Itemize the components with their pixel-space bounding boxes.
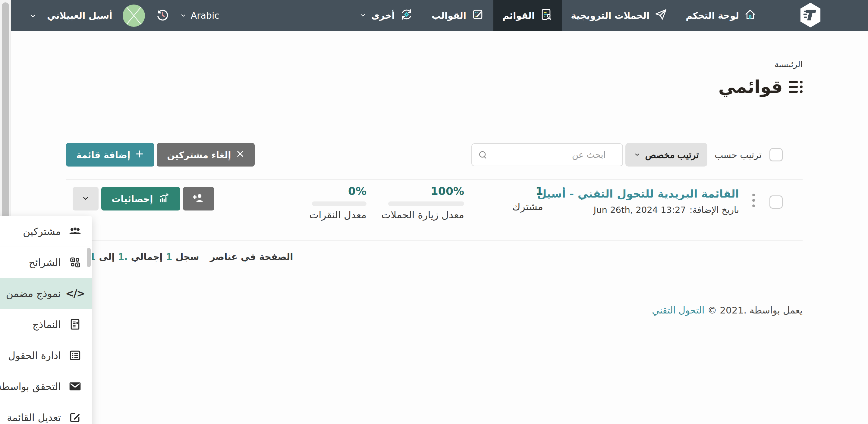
- menu-item-label: تعديل القائمة: [7, 412, 61, 423]
- unsubscribe-label: إلغاء مشتركين: [167, 150, 231, 160]
- nav-label: القوائم: [502, 10, 535, 21]
- progress-track: [388, 201, 464, 206]
- segments-icon: [69, 257, 82, 268]
- menu-item-label: نموذج مضمن: [6, 288, 61, 299]
- pagination-number: 1: [166, 252, 173, 262]
- pagination-word: عناصر: [210, 252, 238, 262]
- navbar-left-cluster: Arabic أسيل العبيلاني: [29, 0, 219, 31]
- menu-item-label: مشتركين: [23, 226, 61, 237]
- paper-plane-icon: [654, 8, 668, 23]
- row-titles: القائمة البريدية للتحول التقني - أسيل تا…: [537, 188, 739, 215]
- menu-item-label: ادارة الحقول: [8, 350, 61, 361]
- copyright-text: © 2021. يعمل بواسطة: [707, 305, 803, 316]
- sort-dropdown-label: ترتيب مخصص: [645, 150, 699, 160]
- templates-icon: [471, 8, 484, 23]
- lists-page: { "navbar": { "items": [ { "label": "لوح…: [0, 0, 868, 424]
- statistics-label: إحصائيات: [112, 194, 153, 204]
- pagination-number: 1.: [118, 252, 127, 262]
- row-date: تاريخ الإضافة: Jun 26th, 2024 13:27: [537, 205, 739, 215]
- table-row: القائمة البريدية للتحول التقني - أسيل تا…: [66, 180, 803, 240]
- toolbar: ترتيب حسب ترتيب مخصص: [66, 143, 803, 166]
- sync-gear-icon: [400, 7, 413, 24]
- search-wrap: [471, 143, 623, 166]
- select-all-checkbox[interactable]: [770, 148, 783, 161]
- search-input[interactable]: [471, 143, 623, 166]
- nav-label: الحملات الترويجية: [571, 10, 650, 21]
- menu-item-forms[interactable]: النماذج: [0, 309, 92, 340]
- main-nav: لوحة التحكم الحملات الترويجية: [350, 0, 766, 31]
- sort-dropdown[interactable]: ترتيب مخصص: [625, 143, 707, 166]
- menu-item-edit-list[interactable]: تعديل القائمة: [0, 402, 92, 424]
- user-name[interactable]: أسيل العبيلاني: [47, 10, 113, 21]
- user-avatar[interactable]: [123, 4, 145, 27]
- history-button[interactable]: [155, 8, 170, 24]
- nav-item-lists[interactable]: القوائم: [493, 0, 562, 31]
- toolbar-actions: إلغاء مشتركين إضافة قائمة: [66, 143, 255, 166]
- pagination-word: إجمالي: [131, 252, 163, 262]
- document-icon: [69, 319, 82, 330]
- progress-track: [312, 201, 367, 206]
- statistics-button[interactable]: إحصائيات: [101, 187, 180, 210]
- stat-label: معدل زيارة الحملات: [388, 209, 464, 221]
- edit-icon: [69, 412, 82, 423]
- add-list-button[interactable]: إضافة قائمة: [66, 143, 154, 166]
- envelope-icon: [69, 382, 82, 391]
- stat-label: معدل النقرات: [312, 209, 367, 221]
- nav-label: القوالب: [432, 10, 466, 21]
- menu-item-manage-fields[interactable]: ادارة الحقول: [0, 340, 92, 371]
- top-navbar: لوحة التحكم الحملات الترويجية: [11, 0, 868, 31]
- menu-scrollbar-thumb[interactable]: [87, 248, 91, 267]
- page-title-row: قوائمي: [66, 78, 803, 95]
- chevron-down-icon: [82, 194, 90, 204]
- add-subscriber-button[interactable]: [183, 187, 214, 210]
- lists-icon: [539, 8, 553, 23]
- kebab-menu-icon[interactable]: [752, 194, 755, 207]
- footer: © 2021. يعمل بواسطة التحول التقني: [66, 305, 803, 316]
- nav-item-campaigns[interactable]: الحملات الترويجية: [562, 0, 677, 31]
- menu-item-subscribers[interactable]: مشتركين: [0, 216, 92, 247]
- stat-subscribers: 1 مشترك: [509, 185, 543, 213]
- menu-item-label: التحقق بواسطة ال: [0, 381, 61, 392]
- menu-item-verify-email[interactable]: التحقق بواسطة ال: [0, 371, 92, 402]
- history-clock-icon: [155, 8, 170, 24]
- stat-value: 100%: [388, 185, 464, 197]
- date-label: تاريخ الإضافة:: [689, 205, 739, 215]
- menu-item-label: النماذج: [33, 319, 61, 330]
- nav-item-dashboard[interactable]: لوحة التحكم: [677, 0, 766, 31]
- pagination-word: في: [241, 252, 256, 262]
- row-actions: إحصائيات: [73, 187, 214, 210]
- stat-value: 1: [509, 185, 543, 197]
- pagination: | من 1 إلى 1. إجمالي 1 سجل عناصر في الصف…: [66, 252, 803, 262]
- unsubscribe-button[interactable]: إلغاء مشتركين: [157, 143, 254, 166]
- nav-item-templates[interactable]: القوالب: [423, 0, 493, 31]
- pagination-word: إلى: [99, 252, 115, 262]
- toolbar-filter-group: ترتيب حسب ترتيب مخصص: [471, 143, 783, 166]
- list-title-link[interactable]: القائمة البريدية للتحول التقني - أسيل: [537, 188, 739, 200]
- footer-brand-link[interactable]: التحول التقني: [652, 305, 704, 316]
- fields-icon: [69, 350, 82, 360]
- close-icon: [236, 150, 244, 160]
- menu-item-label: الشرائح: [29, 257, 61, 268]
- row-title-cluster: القائمة البريدية للتحول التقني - أسيل تا…: [537, 191, 783, 215]
- bar-chart-icon: [158, 192, 170, 206]
- sort-by-label: ترتيب حسب: [715, 150, 762, 160]
- row-more-dropdown-button[interactable]: [73, 187, 98, 210]
- stat-click-rate: 0% معدل النقرات: [312, 185, 367, 221]
- brand-logo[interactable]: [799, 0, 822, 31]
- chevron-down-icon: [359, 10, 367, 21]
- pagination-word: الصفحة: [259, 252, 293, 262]
- add-list-label: إضافة قائمة: [76, 150, 130, 160]
- row-checkbox[interactable]: [770, 195, 783, 209]
- logo-hexagon-icon: [799, 2, 822, 30]
- list-icon: [789, 81, 803, 93]
- language-selector[interactable]: Arabic: [180, 10, 219, 21]
- user-menu-chevron-icon[interactable]: [29, 12, 37, 20]
- menu-item-segments[interactable]: الشرائح: [0, 247, 92, 278]
- breadcrumb[interactable]: الرئيسية: [66, 60, 803, 69]
- menu-item-embedded-form[interactable]: </> نموذج مضمن: [0, 278, 92, 309]
- nav-item-other[interactable]: أخرى: [350, 0, 423, 31]
- row-stats: 1 مشترك 100% معدل زيارة الحملات 0% معدل …: [312, 185, 543, 221]
- row-dropdown-menu: مشتركين الشرائح </> نموذج مضمن: [0, 216, 92, 424]
- language-label: Arabic: [191, 10, 219, 21]
- people-group-icon: [69, 226, 82, 236]
